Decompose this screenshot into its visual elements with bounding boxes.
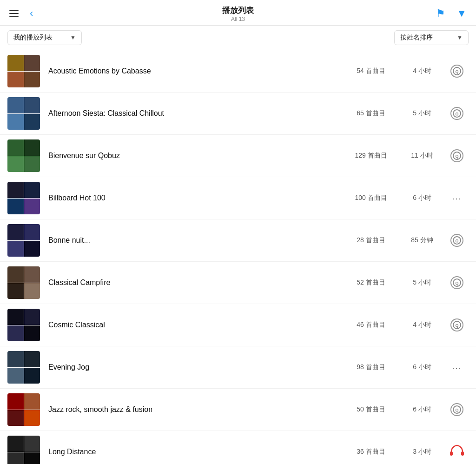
- list-item[interactable]: Afternoon Siesta: Classical Chillout65 首…: [0, 93, 476, 135]
- qobuz-icon: Q: [450, 149, 463, 162]
- playlist-name: Bienvenue sur Qobuz: [48, 152, 343, 160]
- more-options-button[interactable]: ···: [445, 362, 469, 373]
- list-item[interactable]: Classical Campfire52 首曲目5 小时Q: [0, 262, 476, 304]
- svg-text:Q: Q: [455, 281, 458, 285]
- qobuz-icon: Q: [450, 318, 463, 331]
- list-item[interactable]: Long Distance36 首曲目3 小时 ···: [0, 431, 476, 464]
- playlist-thumbnail: [7, 224, 40, 257]
- list-item[interactable]: Bienvenue sur Qobuz129 首曲目11 小时Q: [0, 135, 476, 177]
- playlist-thumbnail: [7, 139, 40, 172]
- header: ‹ 播放列表 All 13 ⚑ ▼: [0, 0, 476, 26]
- playlist-duration: 11 小时: [399, 152, 445, 160]
- list-item[interactable]: Acoustic Emotions by Cabasse54 首曲目4 小时Q: [0, 50, 476, 93]
- playlist-duration: 6 小时: [399, 363, 445, 371]
- playlist-thumbnail: [7, 97, 40, 130]
- qobuz-action-button[interactable]: Q: [445, 65, 469, 78]
- list-item[interactable]: Bonne nuit...28 首曲目85 分钟Q: [0, 219, 476, 262]
- playlist-thumbnail: [7, 393, 40, 426]
- svg-text:Q: Q: [455, 408, 458, 412]
- toolbar: 我的播放列表 ▼ 按姓名排序 ▼: [0, 26, 476, 50]
- list-item[interactable]: Cosmic Classical46 首曲目4 小时Q: [0, 304, 476, 346]
- qobuz-action-button[interactable]: Q: [445, 403, 469, 417]
- qobuz-icon: Q: [450, 276, 463, 289]
- header-right: ⚑ ▼: [434, 6, 469, 21]
- playlist-thumbnail: [7, 182, 40, 214]
- playlist-duration: 5 小时: [399, 109, 445, 118]
- svg-text:Q: Q: [455, 154, 458, 159]
- bookmark-button[interactable]: ⚑: [434, 6, 447, 21]
- playlist-name: Afternoon Siesta: Classical Chillout: [48, 109, 343, 118]
- svg-text:···: ···: [456, 453, 458, 457]
- playlist-name: Billboard Hot 100: [48, 194, 343, 202]
- playlist-name: Bonne nuit...: [48, 236, 343, 245]
- page-title: 播放列表: [222, 5, 254, 16]
- hamburger-menu-button[interactable]: [7, 8, 20, 19]
- playlist-duration: 85 分钟: [399, 236, 445, 245]
- more-icon: ···: [452, 194, 462, 203]
- playlist-duration: 4 小时: [399, 67, 445, 75]
- svg-text:Q: Q: [455, 323, 458, 328]
- list-item[interactable]: Jazz rock, smooth jazz & fusion50 首曲目6 小…: [0, 389, 476, 431]
- playlist-list: Acoustic Emotions by Cabasse54 首曲目4 小时QA…: [0, 50, 476, 464]
- list-item[interactable]: Billboard Hot 100100 首曲目6 小时···: [0, 177, 476, 219]
- page-subtitle: All 13: [222, 16, 254, 22]
- qobuz-icon: Q: [450, 403, 463, 416]
- back-button[interactable]: ‹: [28, 6, 35, 21]
- playlist-name: Jazz rock, smooth jazz & fusion: [48, 405, 343, 414]
- playlist-track-count: 129 首曲目: [343, 152, 399, 160]
- playlist-track-count: 50 首曲目: [343, 405, 399, 414]
- hamburger-icon: [9, 10, 19, 17]
- svg-text:Q: Q: [455, 69, 458, 74]
- header-center: 播放列表 All 13: [222, 5, 254, 22]
- headphone-icon: ···: [450, 448, 464, 459]
- qobuz-icon: Q: [450, 234, 463, 247]
- playlist-duration: 5 小时: [399, 278, 445, 287]
- qobuz-icon: Q: [450, 107, 463, 120]
- playlist-name: Cosmic Classical: [48, 321, 343, 329]
- playlist-track-count: 46 首曲目: [343, 321, 399, 329]
- playlist-track-count: 65 首曲目: [343, 109, 399, 118]
- headphone-button[interactable]: ···: [445, 444, 469, 460]
- my-playlist-dropdown[interactable]: 我的播放列表 ▼: [7, 30, 82, 45]
- qobuz-action-button[interactable]: Q: [445, 276, 469, 290]
- more-icon: ···: [452, 363, 462, 372]
- playlist-track-count: 52 首曲目: [343, 278, 399, 287]
- playlist-duration: 4 小时: [399, 321, 445, 329]
- svg-text:Q: Q: [455, 239, 458, 243]
- playlist-thumbnail: [7, 309, 40, 341]
- list-item[interactable]: Evening Jog98 首曲目6 小时···: [0, 346, 476, 389]
- playlist-name: Acoustic Emotions by Cabasse: [48, 67, 343, 75]
- playlist-name: Evening Jog: [48, 363, 343, 371]
- filter-button[interactable]: ▼: [455, 6, 469, 21]
- more-options-button[interactable]: ···: [445, 193, 469, 204]
- playlist-track-count: 36 首曲目: [343, 448, 399, 456]
- qobuz-action-button[interactable]: Q: [445, 234, 469, 247]
- playlist-name: Classical Campfire: [48, 278, 343, 287]
- qobuz-action-button[interactable]: Q: [445, 107, 469, 120]
- playlist-duration: 3 小时: [399, 448, 445, 456]
- chevron-down-icon: ▼: [457, 34, 463, 41]
- playlist-track-count: 98 首曲目: [343, 363, 399, 371]
- svg-text:Q: Q: [455, 112, 458, 116]
- playlist-thumbnail: [7, 266, 40, 299]
- sort-dropdown[interactable]: 按姓名排序 ▼: [394, 30, 469, 45]
- playlist-duration: 6 小时: [399, 405, 445, 414]
- playlist-thumbnail: [7, 55, 40, 87]
- qobuz-action-button[interactable]: Q: [445, 318, 469, 332]
- playlist-track-count: 28 首曲目: [343, 236, 399, 245]
- playlist-name: Long Distance: [48, 448, 343, 456]
- playlist-thumbnail: [7, 351, 40, 384]
- chevron-down-icon: ▼: [70, 34, 76, 41]
- qobuz-action-button[interactable]: Q: [445, 149, 469, 163]
- qobuz-icon: Q: [450, 65, 463, 78]
- playlist-track-count: 54 首曲目: [343, 67, 399, 75]
- playlist-thumbnail: [7, 436, 40, 464]
- playlist-track-count: 100 首曲目: [343, 194, 399, 202]
- playlist-duration: 6 小时: [399, 194, 445, 202]
- header-left: ‹: [7, 6, 35, 21]
